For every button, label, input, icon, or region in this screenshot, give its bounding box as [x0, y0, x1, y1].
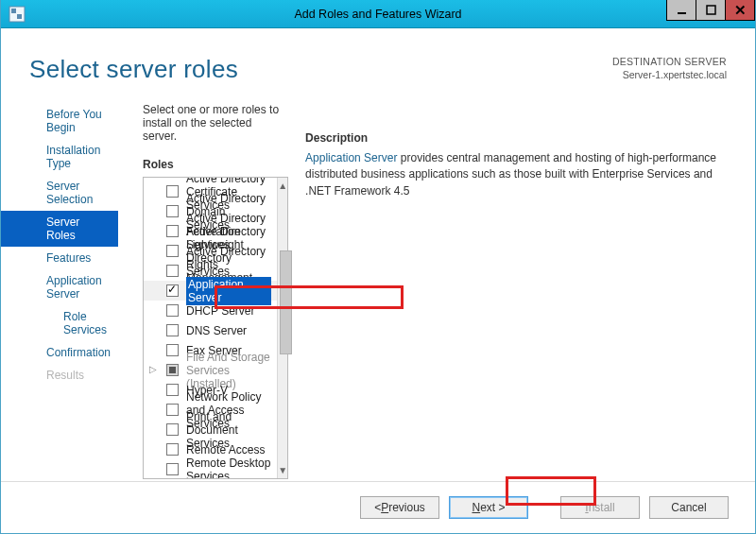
close-button[interactable]: ✕ [725, 0, 755, 21]
page-title: Select server roles [29, 55, 238, 84]
checkbox-icon[interactable] [166, 384, 179, 396]
sidebar-item-installation-type[interactable]: Installation Type [1, 139, 118, 175]
role-label: Remote Access [186, 443, 265, 456]
role-item[interactable]: Remote Desktop Services [144, 459, 277, 478]
role-label: DHCP Server [186, 304, 254, 318]
checkbox-icon[interactable] [166, 364, 179, 376]
scroll-thumb[interactable] [280, 250, 292, 354]
sidebar-item-results: Results [1, 364, 118, 387]
checkbox-icon[interactable] [166, 205, 179, 217]
svg-rect-1 [11, 9, 16, 13]
checkbox-icon[interactable] [166, 284, 179, 297]
titlebar: Add Roles and Features Wizard ✕ [1, 0, 755, 28]
wizard-window: Add Roles and Features Wizard ✕ Select s… [0, 0, 756, 534]
previous-button[interactable]: < PPreviousrevious [360, 496, 439, 519]
checkbox-icon[interactable] [166, 265, 179, 277]
checkbox-icon[interactable] [166, 304, 179, 317]
checkbox-icon[interactable] [166, 423, 179, 436]
header-row: Select server roles DESTINATION SERVER S… [1, 28, 755, 94]
description-text: Application Server provides central mana… [305, 150, 732, 199]
checkbox-icon[interactable] [166, 404, 179, 416]
checkbox-icon[interactable] [166, 324, 179, 336]
role-label: DNS Server [186, 324, 247, 337]
window-title: Add Roles and Features Wizard [294, 8, 461, 21]
main-panel: Select one or more roles to install on t… [118, 94, 738, 481]
main-row: Before You Begin Installation Type Serve… [1, 94, 755, 481]
description-link: Application Server [305, 151, 397, 164]
checkbox-icon[interactable] [166, 185, 179, 198]
sidebar-item-role-services[interactable]: Role Services [1, 305, 118, 341]
svg-rect-2 [17, 14, 22, 19]
sidebar-item-application-server[interactable]: Application Server [1, 269, 118, 305]
intro-text: Select one or more roles to install on t… [143, 103, 288, 143]
checkbox-icon[interactable] [166, 225, 179, 237]
role-label: Remote Desktop Services [186, 456, 271, 479]
scroll-track[interactable] [278, 194, 287, 462]
window-controls: ✕ [667, 0, 755, 21]
checkbox-icon[interactable] [166, 443, 179, 456]
roles-label: Roles [143, 158, 288, 171]
scroll-up-icon[interactable]: ▲ [278, 178, 287, 194]
sidebar-item-server-roles[interactable]: Server Roles [1, 211, 118, 247]
content-area: Select server roles DESTINATION SERVER S… [1, 28, 755, 481]
description-label: Description [305, 131, 732, 145]
role-item-application-server[interactable]: Application Server [144, 281, 277, 301]
next-button[interactable]: Next > [449, 496, 528, 519]
install-button: Install [560, 496, 640, 519]
scroll-down-icon[interactable]: ▼ [278, 462, 287, 478]
svg-rect-4 [707, 6, 715, 14]
sidebar-item-features[interactable]: Features [1, 247, 118, 269]
description-column: . Description Application Server provide… [305, 103, 738, 481]
svg-rect-3 [678, 12, 686, 14]
role-item[interactable]: DNS Server [144, 320, 277, 340]
checkbox-icon[interactable] [166, 344, 179, 356]
role-item-file-storage[interactable]: ▷File And Storage Services (Installed) [144, 360, 277, 380]
checkbox-icon[interactable] [166, 245, 179, 257]
destination-box: DESTINATION SERVER Server-1.xpertstec.lo… [612, 55, 727, 81]
roles-list[interactable]: Active Directory Certificate Services Ac… [144, 178, 277, 478]
wizard-footer: < PPreviousrevious Next > Install Cancel [1, 481, 755, 533]
maximize-button[interactable] [696, 0, 726, 21]
destination-server: Server-1.xpertstec.local [612, 68, 727, 81]
sidebar-item-server-selection[interactable]: Server Selection [1, 175, 118, 211]
checkbox-icon[interactable] [166, 463, 179, 475]
wizard-sidebar: Before You Begin Installation Type Serve… [1, 94, 118, 481]
roles-scrollbar[interactable]: ▲ ▼ [277, 178, 287, 478]
roles-column: Select one or more roles to install on t… [143, 103, 288, 481]
destination-label: DESTINATION SERVER [612, 55, 727, 68]
sidebar-item-confirmation[interactable]: Confirmation [1, 341, 118, 364]
expand-icon[interactable]: ▷ [149, 364, 157, 374]
minimize-button[interactable] [666, 0, 696, 21]
sidebar-item-before-you-begin[interactable]: Before You Begin [1, 103, 118, 139]
role-item[interactable]: DHCP Server [144, 301, 277, 320]
role-item[interactable]: Print and Document Services [144, 420, 277, 439]
app-icon [9, 6, 26, 23]
cancel-button[interactable]: Cancel [649, 496, 729, 519]
roles-listbox: Active Directory Certificate Services Ac… [143, 177, 288, 479]
